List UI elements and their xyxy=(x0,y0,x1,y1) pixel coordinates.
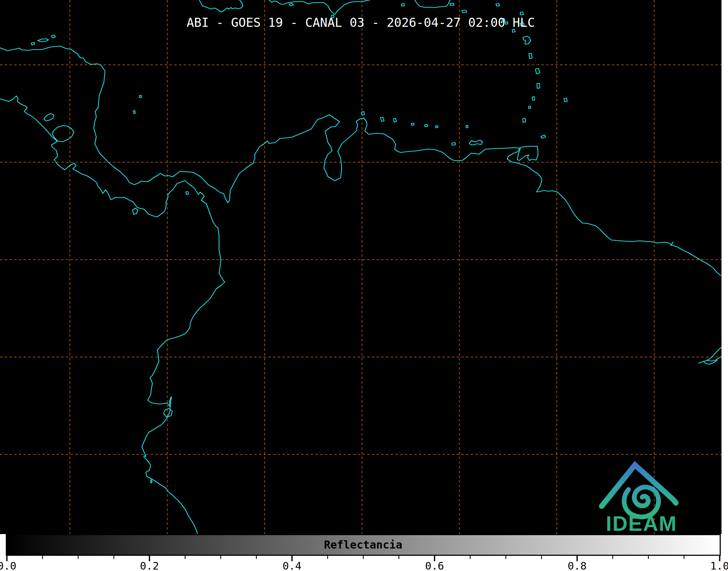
bonaire-island xyxy=(394,118,396,122)
guadeloupe-island xyxy=(523,36,531,44)
colorbar-tick-label: 0.8 xyxy=(568,560,586,571)
martinique-island xyxy=(535,68,540,74)
las-aves-island xyxy=(411,123,414,125)
grenadines-island xyxy=(529,106,531,109)
mona-island xyxy=(401,4,404,6)
mountain-swirl-icon xyxy=(602,465,676,517)
los-roques-island xyxy=(425,125,428,127)
lake-managua xyxy=(44,114,54,121)
lake-nicaragua xyxy=(52,126,74,142)
colorbar-tick-label: 0.6 xyxy=(425,560,444,571)
ile-a-vache xyxy=(289,3,293,6)
roatan-island xyxy=(38,39,49,42)
la-blanquilla-island xyxy=(466,125,468,128)
colorbar-tick-label: 0.4 xyxy=(282,560,301,571)
la-orchila-island xyxy=(435,126,438,128)
puerto-rico-south-coast xyxy=(415,0,450,8)
montserrat-island xyxy=(512,29,515,32)
pearl-islands xyxy=(186,192,189,194)
satellite-map: ABI - GOES 19 - CANAL 03 - 2026-04-27 02… xyxy=(0,0,721,534)
colorbar-tick-label: 1.0 xyxy=(710,560,728,571)
margarita-island xyxy=(469,140,483,145)
curacao-island xyxy=(380,117,384,121)
coiba-island xyxy=(132,208,138,214)
colorbar-tick-label: 0.0 xyxy=(0,560,16,571)
pacific-mainland-coast xyxy=(0,96,225,534)
grenada-island xyxy=(523,118,526,122)
hispaniola-south-coast xyxy=(269,0,370,14)
san-andres-island xyxy=(133,110,135,114)
barbuda-island xyxy=(520,12,523,15)
st-croix-island xyxy=(462,10,467,13)
ideam-logo-text: IDEAM xyxy=(606,512,677,534)
colorbar-tick-label: 0.2 xyxy=(140,560,159,571)
la-tortuga-island xyxy=(452,143,455,145)
trinidad-island xyxy=(517,146,538,160)
providencia-island xyxy=(139,95,142,98)
guanaja-island xyxy=(51,35,55,38)
jamaica xyxy=(199,0,243,12)
st-lucia-island xyxy=(537,83,540,88)
utila-island xyxy=(31,42,35,45)
tobago-island xyxy=(541,135,546,138)
st-vincent-island xyxy=(532,97,535,100)
lobos-de-tierra-island xyxy=(151,480,152,483)
colorbar-ticks xyxy=(0,556,728,562)
aruba-island xyxy=(361,112,365,115)
vieques-island xyxy=(450,3,454,5)
ideam-logo: IDEAM xyxy=(597,449,686,534)
dominica-island xyxy=(529,53,532,59)
map-title: ABI - GOES 19 - CANAL 03 - 2026-04-27 02… xyxy=(0,15,721,30)
colorbar-label: Reflectancia xyxy=(324,538,403,551)
caribbean-mainland-coast xyxy=(0,46,721,276)
barbados-island xyxy=(564,98,567,102)
st-martin-island xyxy=(496,4,500,6)
